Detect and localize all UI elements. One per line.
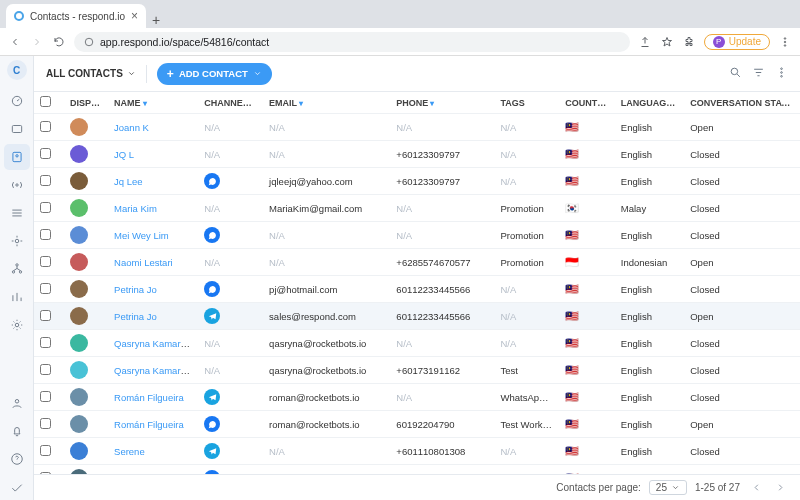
col-language[interactable]: LANGUAGE▾ bbox=[615, 92, 684, 114]
row-checkbox[interactable] bbox=[40, 283, 51, 294]
share-icon[interactable] bbox=[638, 35, 652, 49]
table-row[interactable]: Naomi LestariN/AN/A+6285574670577Promoti… bbox=[34, 249, 800, 276]
cell-language: English bbox=[615, 357, 684, 384]
table-row[interactable]: Qasryna KamarudinN/Aqasryna@rocketbots.i… bbox=[34, 357, 800, 384]
contact-name[interactable]: Mei Wey Lim bbox=[114, 230, 169, 241]
cell-language: English bbox=[615, 465, 684, 475]
row-checkbox[interactable] bbox=[40, 229, 51, 240]
col-phone[interactable]: PHONE▾ bbox=[390, 92, 494, 114]
row-checkbox[interactable] bbox=[40, 148, 51, 159]
table-row[interactable]: Maria KimN/AMariaKim@gmail.comN/APromoti… bbox=[34, 195, 800, 222]
reload-button[interactable] bbox=[52, 35, 66, 49]
menu-icon[interactable] bbox=[778, 35, 792, 49]
cell-country: 🇲🇾 bbox=[559, 411, 615, 438]
address-bar[interactable]: app.respond.io/space/54816/contact bbox=[74, 32, 630, 52]
col-tags[interactable]: TAGS bbox=[494, 92, 559, 114]
col-country[interactable]: COUNTRY bbox=[559, 92, 615, 114]
contact-name[interactable]: JQ L bbox=[114, 149, 134, 160]
sidebar-org[interactable] bbox=[4, 256, 30, 282]
row-checkbox[interactable] bbox=[40, 175, 51, 186]
sidebar-broadcast[interactable] bbox=[4, 172, 30, 198]
prev-page-button[interactable] bbox=[748, 480, 764, 496]
cell-phone: +60123309797 bbox=[390, 141, 494, 168]
sidebar-contacts[interactable] bbox=[4, 144, 30, 170]
sidebar-brand[interactable] bbox=[4, 474, 30, 500]
row-checkbox[interactable] bbox=[40, 364, 51, 375]
col-status[interactable]: CONVERSATION STATUS▾ bbox=[684, 92, 800, 114]
cell-phone: 601122334455​66 bbox=[390, 303, 494, 330]
update-chip[interactable]: P Update bbox=[704, 34, 770, 50]
sidebar-help[interactable] bbox=[4, 446, 30, 472]
cell-email: qasryna@rocketbots.io bbox=[263, 330, 390, 357]
row-checkbox[interactable] bbox=[40, 310, 51, 321]
sidebar-dashboard[interactable] bbox=[4, 88, 30, 114]
table-row[interactable]: Petrina Jopj@hotmail.com601122334455​66N… bbox=[34, 276, 800, 303]
row-checkbox[interactable] bbox=[40, 121, 51, 132]
page-size-select[interactable]: 25 bbox=[649, 480, 687, 495]
cell-country: 🇲🇾 bbox=[559, 357, 615, 384]
table-row[interactable]: Román Filgueiraroman@rocketbots.io601922… bbox=[34, 411, 800, 438]
contacts-table-wrap[interactable]: DISPLAY NAME▾ CHANNEL(S) EMAIL▾ PHONE▾ T… bbox=[34, 92, 800, 474]
cell-tags: N/A bbox=[494, 438, 559, 465]
row-checkbox[interactable] bbox=[40, 445, 51, 456]
forward-button[interactable] bbox=[30, 35, 44, 49]
more-icon[interactable] bbox=[775, 66, 788, 81]
sidebar-inbox[interactable] bbox=[4, 116, 30, 142]
table-row[interactable]: Qasryna KamarudinN/Aqasryna@rocketbots.i… bbox=[34, 330, 800, 357]
row-checkbox[interactable] bbox=[40, 256, 51, 267]
col-display[interactable]: DISPLAY bbox=[64, 92, 108, 114]
search-icon[interactable] bbox=[729, 66, 742, 81]
contact-name[interactable]: Petrina Jo bbox=[114, 284, 157, 295]
row-checkbox[interactable] bbox=[40, 391, 51, 402]
filter-icon[interactable] bbox=[752, 66, 765, 81]
contact-name[interactable]: Jq Lee bbox=[114, 176, 143, 187]
table-row[interactable]: Román Filgueiraroman@rocketbots.ioN/AWha… bbox=[34, 384, 800, 411]
new-tab-button[interactable]: + bbox=[146, 12, 166, 28]
table-row[interactable]: JQ LN/AN/A+60123309797N/A🇲🇾EnglishClosed bbox=[34, 141, 800, 168]
table-row[interactable]: SereneN/A+601110801308N/A🇲🇾EnglishClosed bbox=[34, 438, 800, 465]
col-channels[interactable]: CHANNEL(S) bbox=[198, 92, 263, 114]
row-checkbox[interactable] bbox=[40, 202, 51, 213]
cell-phone: +60173191162 bbox=[390, 357, 494, 384]
cell-phone: N/A bbox=[390, 384, 494, 411]
table-row[interactable]: Jq Leejqleejq@yahoo.com+60123309797N/A🇲🇾… bbox=[34, 168, 800, 195]
contact-name[interactable]: Naomi Lestari bbox=[114, 257, 173, 268]
star-icon[interactable] bbox=[660, 35, 674, 49]
svg-point-13 bbox=[15, 323, 19, 327]
cell-status: Open bbox=[684, 114, 800, 141]
contact-name[interactable]: Román Filgueira bbox=[114, 392, 184, 403]
cell-phone: N/A bbox=[390, 114, 494, 141]
contact-name[interactable]: Maria Kim bbox=[114, 203, 157, 214]
sidebar-notifications[interactable] bbox=[4, 418, 30, 444]
col-name[interactable]: NAME▾ bbox=[108, 92, 198, 114]
table-row[interactable]: Petrina Josales@respond.com601122334455​… bbox=[34, 303, 800, 330]
contact-name[interactable]: Joann K bbox=[114, 122, 149, 133]
add-contact-button[interactable]: + ADD CONTACT bbox=[157, 63, 272, 85]
extensions-icon[interactable] bbox=[682, 35, 696, 49]
contact-name[interactable]: Qasryna Kamarudin bbox=[114, 365, 198, 376]
back-button[interactable] bbox=[8, 35, 22, 49]
table-row[interactable]: Joann KN/AN/AN/AN/A🇲🇾EnglishOpen bbox=[34, 114, 800, 141]
cell-country: 🇲🇾 bbox=[559, 303, 615, 330]
contact-name[interactable]: Serene bbox=[114, 446, 145, 457]
col-email[interactable]: EMAIL▾ bbox=[263, 92, 390, 114]
browser-tab[interactable]: Contacts - respond.io × bbox=[6, 4, 146, 28]
contact-name[interactable]: Qasryna Kamarudin bbox=[114, 338, 198, 349]
table-row[interactable]: Mei Wey LimN/AN/APromotion🇲🇾EnglishClose… bbox=[34, 222, 800, 249]
segment-dropdown[interactable]: ALL CONTACTS bbox=[46, 68, 136, 79]
sidebar-workflows[interactable] bbox=[4, 200, 30, 226]
select-all-checkbox[interactable] bbox=[40, 96, 51, 107]
table-row[interactable]: Serene Tanserene@rocketbots.io+601110801… bbox=[34, 465, 800, 475]
row-checkbox[interactable] bbox=[40, 418, 51, 429]
workspace-avatar[interactable]: C bbox=[7, 60, 27, 80]
contact-name[interactable]: Román Filgueira bbox=[114, 419, 184, 430]
sidebar-user[interactable] bbox=[4, 390, 30, 416]
contact-name[interactable]: Petrina Jo bbox=[114, 311, 157, 322]
sidebar-reports[interactable] bbox=[4, 284, 30, 310]
row-checkbox[interactable] bbox=[40, 337, 51, 348]
sidebar-settings[interactable] bbox=[4, 312, 30, 338]
favicon bbox=[14, 11, 24, 21]
next-page-button[interactable] bbox=[772, 480, 788, 496]
close-tab-icon[interactable]: × bbox=[131, 9, 138, 23]
sidebar-automation[interactable] bbox=[4, 228, 30, 254]
